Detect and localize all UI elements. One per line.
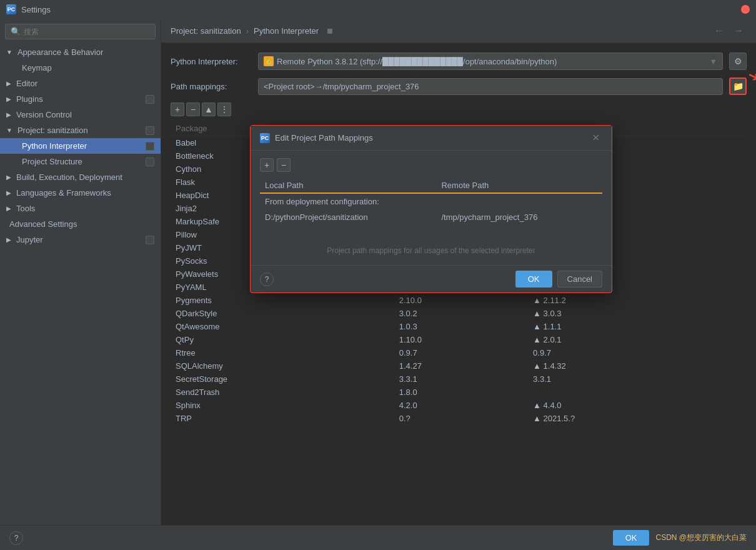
chevron-right-icon: ▶ xyxy=(6,205,11,212)
sidebar-item-jupyter[interactable]: ▶ Jupyter xyxy=(0,232,161,248)
settings-ok-button[interactable]: OK xyxy=(613,530,650,546)
modal-cancel-button[interactable]: Cancel xyxy=(557,271,602,288)
sidebar-item-plugins[interactable]: ▶ Plugins xyxy=(0,91,161,107)
more-options-button[interactable]: ⋮ xyxy=(217,102,231,116)
sidebar-item-label: Tools xyxy=(16,204,35,213)
interpreter-label: Python Interpreter: xyxy=(171,57,252,66)
breadcrumb: Project: sanitization › Python Interpret… xyxy=(161,19,756,43)
sidebar-item-label: Project: sanitization xyxy=(17,126,88,135)
dropdown-arrow-icon: ▼ xyxy=(709,57,717,66)
titlebar-left: PC Settings xyxy=(6,4,51,14)
pkg-latest: ▲ 1.4.32 xyxy=(528,359,747,372)
path-mappings-modal: PC Edit Project Path Mappings ✕ + − Loca… xyxy=(250,125,612,293)
modal-add-button[interactable]: + xyxy=(260,158,274,172)
modal-help-button[interactable]: ? xyxy=(260,272,274,286)
modal-local-path: D:/pythonProject/sanitization xyxy=(260,209,436,225)
sidebar-item-label: Python Interpreter xyxy=(22,141,87,151)
project-icon xyxy=(146,126,154,135)
breadcrumb-icon: ◼ xyxy=(327,26,333,35)
upgrade-package-button[interactable]: ▲ xyxy=(202,102,216,116)
breadcrumb-project: Project: sanitization xyxy=(171,26,241,36)
sidebar-item-languages[interactable]: ▶ Languages & Frameworks xyxy=(0,185,161,201)
table-row: Sphinx 4.2.0 ▲ 4.4.0 xyxy=(171,399,747,412)
chevron-right-icon: ▶ xyxy=(6,189,11,196)
bottom-left: ? xyxy=(9,531,23,545)
pkg-version: 1.4.27 xyxy=(394,359,528,372)
pkg-latest: ▲ 2021.5.? xyxy=(528,412,747,421)
sidebar-item-version-control[interactable]: ▶ Version Control xyxy=(0,107,161,122)
table-row: SQLAlchemy 1.4.27 ▲ 1.4.32 xyxy=(171,359,747,372)
breadcrumb-separator: › xyxy=(246,26,249,36)
jupyter-icon xyxy=(146,236,154,244)
path-mappings-row: Path mappings: <Project root>→/tmp/pycha… xyxy=(171,78,747,95)
path-browse-button[interactable]: 📁 xyxy=(729,78,747,95)
python-interpreter-icon xyxy=(146,142,154,151)
chevron-right-icon: ▶ xyxy=(6,236,11,243)
modal-ok-button[interactable]: OK xyxy=(515,271,552,288)
sidebar-item-project-structure[interactable]: Project Structure xyxy=(0,154,161,169)
bottom-bar: ? OK CSDN @想变厉害的大白菜 xyxy=(0,525,756,550)
remove-package-button[interactable]: − xyxy=(186,102,200,116)
modal-body: + − Local Path Remote Path From deployme… xyxy=(251,151,612,265)
pkg-name: SQLAlchemy xyxy=(171,359,394,372)
modal-col-remote: Remote Path xyxy=(436,178,602,193)
add-package-button[interactable]: + xyxy=(171,102,184,116)
forward-button[interactable]: → xyxy=(730,24,747,38)
search-input[interactable] xyxy=(24,28,150,36)
bottom-help-button[interactable]: ? xyxy=(9,531,23,545)
sidebar-item-build[interactable]: ▶ Build, Execution, Deployment xyxy=(0,169,161,185)
pkg-version: 2.10.0 xyxy=(394,294,528,307)
watermark-text: CSDN @想变厉害的大白菜 xyxy=(655,532,747,543)
pkg-version: 1.0.3 xyxy=(394,320,528,333)
table-row: SecretStorage 3.3.1 3.3.1 xyxy=(171,372,747,386)
chevron-right-icon: ▶ xyxy=(6,96,11,102)
pkg-latest: 3.3.1 xyxy=(528,372,747,386)
chevron-right-icon: ▶ xyxy=(6,174,11,181)
table-row: QtAwesome 1.0.3 ▲ 1.1.1 xyxy=(171,320,747,333)
sidebar-item-python-interpreter[interactable]: Python Interpreter xyxy=(0,138,161,154)
back-button[interactable]: ← xyxy=(711,24,727,38)
modal-section-row: From deployment configuration: xyxy=(260,193,602,209)
pkg-name: Rtree xyxy=(171,346,394,359)
sidebar-item-editor[interactable]: ▶ Editor xyxy=(0,76,161,91)
breadcrumb-nav: ← → xyxy=(711,24,747,38)
pkg-version: 0.9.7 xyxy=(394,346,528,359)
modal-remove-button[interactable]: − xyxy=(277,158,291,172)
sidebar-item-tools[interactable]: ▶ Tools xyxy=(0,201,161,216)
search-box[interactable]: 🔍 xyxy=(5,24,156,39)
sidebar-item-label: Appearance & Behavior xyxy=(17,48,103,57)
pkg-version: 3.3.1 xyxy=(394,372,528,386)
titlebar-controls xyxy=(741,5,750,14)
sidebar-item-keymap[interactable]: Keymap xyxy=(0,60,161,76)
pkg-name: TRP xyxy=(171,412,394,421)
table-row: TRP 0.? ▲ 2021.5.? xyxy=(171,412,747,421)
chevron-right-icon: ▶ xyxy=(6,80,11,87)
modal-hint: Project path mappings for all usages of … xyxy=(260,244,602,258)
table-row: QtPy 1.10.0 ▲ 2.0.1 xyxy=(171,333,747,346)
pkg-name: QtAwesome xyxy=(171,320,394,333)
close-button[interactable] xyxy=(741,5,750,14)
pkg-version: 4.2.0 xyxy=(394,399,528,412)
sidebar-item-appearance[interactable]: ▼ Appearance & Behavior xyxy=(0,44,161,60)
modal-table: Local Path Remote Path From deployment c… xyxy=(260,178,602,225)
pkg-latest: 0.9.7 xyxy=(528,346,747,359)
interpreter-selector[interactable]: 🐍 Remote Python 3.8.12 (sftp://█████████… xyxy=(258,52,723,70)
path-mappings-value: <Project root>→/tmp/pycharm_project_376 xyxy=(258,78,723,95)
sidebar-item-advanced[interactable]: Advanced Settings xyxy=(0,216,161,232)
plugins-icon xyxy=(146,95,154,104)
pkg-name: QtPy xyxy=(171,333,394,346)
sidebar-item-project[interactable]: ▼ Project: sanitization xyxy=(0,122,161,138)
modal-mapping-row: D:/pythonProject/sanitization /tmp/pycha… xyxy=(260,209,602,225)
sidebar-item-label: Version Control xyxy=(16,110,72,119)
table-row: Pygments 2.10.0 ▲ 2.11.2 xyxy=(171,294,747,307)
table-row: Send2Trash 1.8.0 xyxy=(171,386,747,399)
gear-button[interactable]: ⚙ xyxy=(729,52,747,70)
sidebar-item-label: Project Structure xyxy=(22,157,82,166)
modal-close-button[interactable]: ✕ xyxy=(589,132,602,144)
sidebar-item-label: Jupyter xyxy=(16,235,43,244)
pkg-latest: ▲ 3.0.3 xyxy=(528,307,747,320)
pkg-latest: ▲ 2.0.1 xyxy=(528,333,747,346)
package-toolbar: + − ▲ ⋮ xyxy=(171,102,747,116)
interpreter-icon: 🐍 xyxy=(264,56,274,66)
inner-content: Python Interpreter: 🐍 Remote Python 3.8.… xyxy=(161,43,756,550)
